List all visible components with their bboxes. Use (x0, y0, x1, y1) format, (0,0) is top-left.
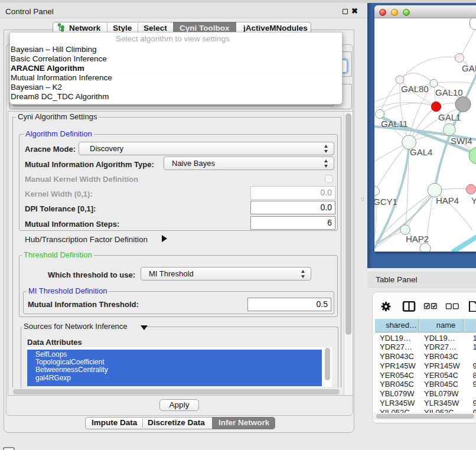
svg-text:GAL4: GAL4 (410, 147, 432, 157)
svg-text:SWI4: SWI4 (451, 136, 472, 146)
svg-text:HAP4: HAP4 (436, 195, 459, 206)
svg-text:GAL7: GAL7 (462, 63, 476, 73)
svg-text:GAL10: GAL10 (435, 87, 463, 97)
svg-text:GAL80: GAL80 (401, 84, 429, 94)
svg-text:Y: Y (471, 195, 476, 206)
svg-text:GCY1: GCY1 (374, 197, 397, 207)
svg-text:GAL1: GAL1 (438, 112, 461, 122)
svg-text:GAL11: GAL11 (381, 119, 408, 129)
svg-text:HAP2: HAP2 (406, 234, 429, 244)
